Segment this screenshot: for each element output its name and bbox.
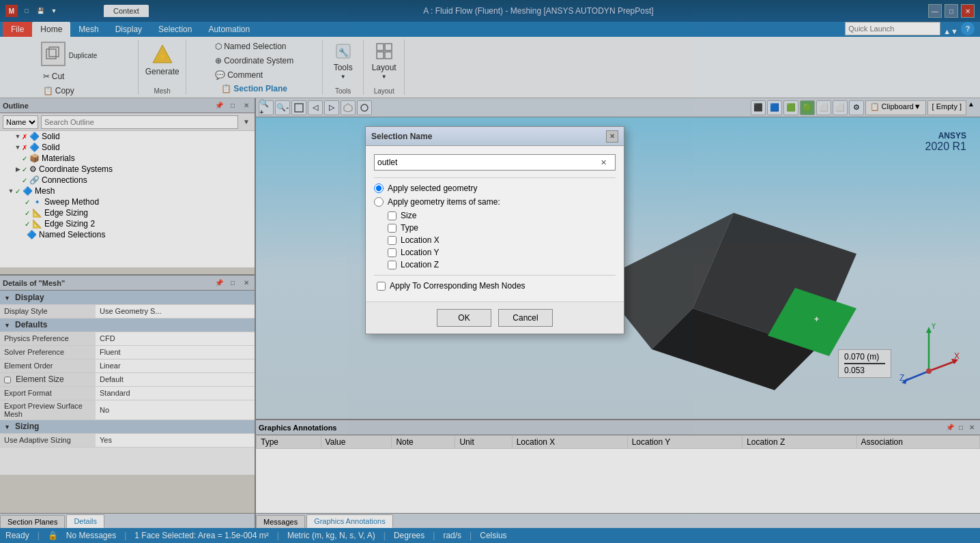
qat-dropdown[interactable]: ▼ (48, 5, 60, 17)
tree-item-edge-sizing-2[interactable]: ✓ 📐 Edge Sizing 2 (0, 218, 255, 229)
tree-item-named-selections[interactable]: 🔷 Named Selections (0, 229, 255, 240)
element-size-check[interactable] (4, 377, 11, 383)
vp-extra-5[interactable]: ⬜ (816, 100, 831, 115)
checkbox-location-y-row[interactable]: Location Y (374, 248, 616, 257)
tree-item-connections[interactable]: ▶ ✓ 🔗 Connections (0, 175, 255, 186)
checkbox-location-x-row[interactable]: Location X (374, 235, 616, 245)
annotations-pin[interactable]: 📌 (945, 422, 955, 433)
minimize-button[interactable]: — (928, 4, 942, 18)
value-element-size[interactable]: Default (96, 372, 255, 386)
selection-name-input[interactable] (374, 154, 616, 171)
outline-search-dropdown[interactable]: ▼ (241, 117, 252, 128)
checkbox-location-x[interactable] (388, 236, 397, 245)
vp-extra-4[interactable]: 🟢 (800, 100, 815, 115)
layout-button[interactable]: Layout ▼ (367, 40, 401, 80)
checkbox-size[interactable] (388, 211, 397, 220)
expand-icon-mesh[interactable]: ▼ (7, 187, 15, 195)
fit-button[interactable] (291, 100, 306, 115)
radio-apply-selected[interactable]: Apply selected geometry (374, 184, 616, 193)
details-close[interactable]: ✕ (241, 278, 252, 289)
checkbox-size-row[interactable]: Size (374, 211, 616, 220)
help-button[interactable]: ? (961, 22, 975, 35)
zoom-out-button[interactable]: 🔍- (275, 100, 290, 115)
cancel-button[interactable]: Cancel (498, 309, 553, 327)
expand-icon-coord[interactable]: ▶ (14, 165, 22, 173)
close-button[interactable]: ✕ (961, 4, 975, 18)
tree-item-solid-1[interactable]: ▼ ✗ 🔷 Solid (0, 131, 255, 142)
section-plane-button[interactable]: 📋 Section Plane (217, 82, 291, 96)
tab-file[interactable]: File (3, 22, 32, 37)
tab-home[interactable]: Home (32, 22, 70, 37)
duplicate-button[interactable]: Duplicate (39, 40, 100, 68)
input-clear-button[interactable]: ✕ (601, 158, 607, 167)
tab-section-planes[interactable]: Section Planes (0, 515, 65, 528)
ok-button[interactable]: OK (437, 309, 491, 327)
value-export-preview[interactable]: No (96, 400, 255, 420)
tab-selection[interactable]: Selection (150, 22, 200, 37)
coordinate-system-button[interactable]: ⊕ Coordinate System (211, 54, 298, 68)
clipboard-button[interactable]: 📋 Clipboard▼ (865, 100, 926, 115)
value-physics-pref[interactable]: CFD (96, 332, 255, 345)
vp-extra-7[interactable]: ⚙ (849, 100, 864, 115)
vp-collapse-btn[interactable]: ▲ (968, 100, 977, 115)
tree-item-materials[interactable]: ▶ ✓ 📦 Materials (0, 153, 255, 164)
checkbox-type-row[interactable]: Type (374, 223, 616, 233)
qat-save[interactable]: 💾 (34, 5, 46, 17)
section-toggle-sizing[interactable]: ▼ (4, 424, 10, 430)
outline-close[interactable]: ✕ (241, 100, 252, 111)
tree-item-edge-sizing[interactable]: ✓ 📐 Edge Sizing (0, 207, 255, 218)
details-pin[interactable]: 📌 (214, 278, 225, 289)
vp-extra-2[interactable]: 🟦 (767, 100, 782, 115)
cube-icon[interactable] (341, 100, 356, 115)
tab-display[interactable]: Display (107, 22, 150, 37)
tab-mesh[interactable]: Mesh (70, 22, 106, 37)
maximize-button[interactable]: □ (945, 4, 958, 18)
radio-apply-selected-input[interactable] (374, 184, 384, 193)
tools-button[interactable]: 🔧 Tools ▼ (326, 40, 360, 80)
quick-launch-input[interactable] (845, 22, 940, 35)
outline-name-select[interactable]: Name (3, 115, 38, 129)
outline-search-input[interactable] (41, 115, 238, 129)
value-solver-pref[interactable]: Fluent (96, 345, 255, 359)
vp-extra-6[interactable]: ⬜ (833, 100, 848, 115)
value-adaptive-sizing[interactable]: Yes (96, 433, 255, 447)
expand-icon[interactable]: ▼ (14, 132, 22, 141)
cut-button[interactable]: ✂ Cut (39, 70, 81, 83)
vp-extra-1[interactable]: ⬛ (751, 100, 766, 115)
tree-item-mesh[interactable]: ▼ ✓ 🔷 Mesh (0, 186, 255, 196)
context-tab[interactable]: Context (104, 5, 149, 17)
section-toggle-display[interactable]: ▼ (4, 295, 10, 302)
next-button[interactable]: ▷ (324, 100, 339, 115)
value-element-order[interactable]: Linear (96, 359, 255, 372)
checkbox-mesh-nodes-row[interactable]: Apply To Corresponding Mesh Nodes (374, 281, 616, 291)
qat-new[interactable]: □ (20, 5, 33, 17)
radio-apply-items[interactable]: Apply geometry items of same: (374, 197, 616, 207)
checkbox-location-y[interactable] (388, 248, 397, 257)
value-display-style[interactable]: Use Geometry S... (96, 304, 255, 318)
expand-icon-2[interactable]: ▼ (14, 143, 22, 151)
tab-automation[interactable]: Automation (200, 22, 258, 37)
radio-apply-items-input[interactable] (374, 197, 384, 207)
value-export-format[interactable]: Standard (96, 386, 255, 400)
checkbox-type[interactable] (388, 224, 397, 233)
zoom-in-button[interactable]: 🔍+ (259, 100, 274, 115)
tree-item-sweep-method[interactable]: ✓ 🔹 Sweep Method (0, 196, 255, 207)
details-restore[interactable]: □ (227, 278, 238, 289)
modal-close-button[interactable]: ✕ (606, 130, 618, 143)
checkbox-location-z-row[interactable]: Location Z (374, 260, 616, 269)
copy-button[interactable]: 📋 Copy (39, 84, 81, 98)
outline-restore[interactable]: □ (227, 100, 238, 111)
tab-messages[interactable]: Messages (256, 515, 305, 528)
outline-pin[interactable]: 📌 (214, 100, 225, 111)
tree-item-solid-2[interactable]: ▼ ✗ 🔷 Solid (0, 142, 255, 153)
checkbox-location-z[interactable] (388, 261, 397, 269)
generate-button[interactable]: ⚡ Generate (142, 40, 183, 80)
tab-graphics-annotations[interactable]: Graphics Annotations (306, 514, 393, 528)
comment-button[interactable]: 💬 Comment (211, 68, 267, 82)
named-selection-button[interactable]: ⬡ Named Selection (211, 40, 290, 53)
annotations-close[interactable]: ✕ (966, 422, 977, 433)
vp-extra-3[interactable]: 🟩 (783, 100, 798, 115)
checkbox-mesh-nodes[interactable] (377, 282, 386, 291)
annotations-restore[interactable]: □ (955, 422, 966, 433)
tab-details[interactable]: Details (66, 514, 104, 528)
